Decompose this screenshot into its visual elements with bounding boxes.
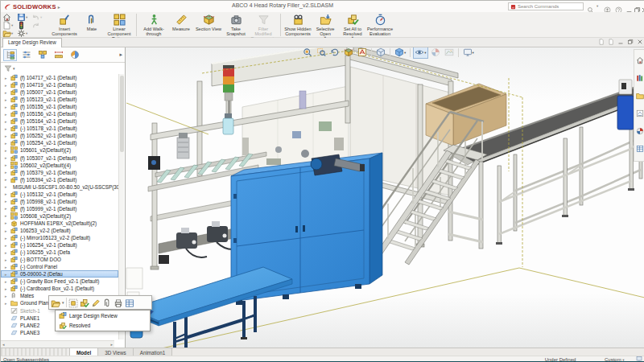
view-orientation-button[interactable] (374, 47, 387, 59)
doc-tab-model[interactable]: Model (70, 348, 98, 356)
edit-appearance-button[interactable] (429, 47, 442, 59)
win-restore-icon[interactable] (627, 39, 634, 45)
tree-item[interactable]: ▸(f) 105254_v2-1 (Default) (1, 139, 118, 146)
tree-item[interactable]: ▸(-) 106254_v2-1 (Default) (1, 241, 118, 249)
menu-expand-icon[interactable]: ▸ (58, 4, 60, 10)
display-style-button[interactable]: ▾ (393, 47, 407, 59)
context-isolate-button[interactable] (68, 295, 78, 310)
tree-item[interactable]: ▸(f) 105155_v2-1 (Default) (1, 103, 118, 110)
options-button[interactable]: ▾ (17, 29, 31, 38)
tree-item[interactable]: ▸105602_v2(Default)(4) (1, 162, 118, 169)
taskpane-design-library[interactable] (636, 70, 644, 84)
expand-arrow-icon[interactable]: ▸ (5, 265, 10, 269)
expand-arrow-icon[interactable]: ▸ (5, 170, 10, 175)
measure-button[interactable]: Measure (167, 13, 195, 31)
expand-arrow-icon[interactable]: ▸ (5, 250, 10, 255)
expand-arrow-icon[interactable]: ▸ (5, 294, 10, 298)
tree-item[interactable]: ▸(-) Gravity Box Feed_v2-1 (Default) (1, 278, 118, 285)
annotation-views-button[interactable] (356, 47, 369, 59)
tree-item[interactable]: ▸05-09000-2 (Defau (1, 270, 118, 278)
section-view-cmd-button[interactable]: Section View (195, 13, 222, 31)
tree-item[interactable]: ▸(-) Control Panel (1, 263, 118, 270)
expand-arrow-icon[interactable]: ▸ (5, 301, 10, 306)
expand-arrow-icon[interactable]: ▸ (5, 286, 10, 291)
panel-tab-dimxpert-manager[interactable] (52, 49, 65, 61)
zoom-to-area-button[interactable] (315, 47, 328, 59)
redo-button[interactable] (31, 21, 46, 30)
panel-tabs-expand-icon[interactable]: ▸ (119, 51, 122, 58)
expand-arrow-icon[interactable]: ▸ (5, 191, 10, 196)
context-set-resolved-button[interactable] (80, 295, 89, 310)
set-resolved-button[interactable]: Set All to Resolved▾ (339, 13, 366, 39)
filter-modified-icon[interactable] (4, 64, 12, 72)
expand-arrow-icon[interactable]: ▸ (5, 126, 10, 131)
search-commands-input[interactable]: Search Commands (508, 2, 584, 10)
apply-scene-button[interactable] (443, 47, 456, 59)
expand-arrow-icon[interactable]: ▸ (5, 236, 10, 241)
expand-arrow-icon[interactable]: ▸ (5, 155, 10, 160)
expand-arrow-icon[interactable]: ▸ (5, 220, 10, 225)
menu-item-resolved[interactable]: Resolved (56, 321, 150, 331)
tree-item[interactable]: ▸(f) 105007_v2-1 (Default) (1, 88, 118, 96)
tree-item[interactable]: ▸(f) 104719_v2-1 (Default) (1, 81, 118, 88)
expand-arrow-icon[interactable]: ▸ (5, 213, 10, 218)
mate-button[interactable]: Mate (78, 13, 105, 31)
expand-arrow-icon[interactable]: ▸ (5, 228, 10, 233)
tree-horizontal-scrollbar[interactable]: ◂▸ (1, 340, 114, 348)
tree-item[interactable]: ▸(f) 105379_v2-1 (Default) (1, 169, 118, 176)
conveyor-drive-motor[interactable] (617, 80, 634, 130)
expand-arrow-icon[interactable]: ▸ (5, 97, 10, 102)
insert-components-button[interactable]: Insert Components (51, 13, 78, 36)
expand-arrow-icon[interactable]: ▸ (5, 76, 10, 80)
tree-item[interactable]: ▸(-) Mirror105123_v2-2 (Default) (1, 234, 118, 241)
tree-item[interactable]: ▸MISUMI U-SSCSF1.00-B0.50_v2(U-SSCSP(304… (1, 183, 118, 191)
assembly-3d-view[interactable] (126, 47, 644, 348)
win-close-icon[interactable] (637, 39, 643, 45)
expand-arrow-icon[interactable]: ▸ (5, 206, 10, 211)
tree-item[interactable]: ▸(f) 105998_v2-1 (Default) (1, 198, 118, 205)
expand-arrow-icon[interactable]: ▸ (5, 90, 10, 95)
tree-item[interactable]: ▸(f) 105123_v2-1 (Default) (1, 96, 118, 103)
taskpane-appearances-scenes[interactable] (636, 123, 644, 138)
expand-arrow-icon[interactable]: ▸ (5, 184, 10, 189)
expand-arrow-icon[interactable]: ▸ (5, 177, 10, 182)
tree-item[interactable]: ▸105608_v2(Default)(2) (1, 212, 118, 220)
tree-item[interactable]: ▸(-) BOTTOM DOO (1, 256, 118, 263)
expand-arrow-icon[interactable]: ▸ (5, 119, 10, 124)
win-min-icon[interactable] (617, 39, 624, 45)
tree-item[interactable]: ▸105601_v2(Default)(2) (1, 146, 118, 154)
context-print-button[interactable] (114, 295, 123, 310)
expand-arrow-icon[interactable]: ▸ (5, 279, 10, 284)
tree-item[interactable]: ▸(f) 105999_v2-1 (Default) (1, 205, 118, 212)
hide-show-button[interactable]: ▾ (413, 47, 427, 59)
panel-tab-feature-manager[interactable] (3, 49, 17, 61)
doc-tab-animation1[interactable]: Animation1 (134, 348, 173, 356)
walk-through-button[interactable]: Add Walk-through (140, 13, 167, 36)
show-hidden-button[interactable]: Show Hidden Components (284, 13, 312, 36)
taskpane-view-palette[interactable] (636, 105, 644, 120)
open-button[interactable]: ▾ (2, 29, 17, 38)
section-view-cmd-button[interactable] (342, 47, 355, 59)
context-open-caret-icon[interactable]: ▾ (62, 300, 64, 305)
filter-modified-button[interactable]: Filter Modified Components (250, 13, 277, 41)
expand-arrow-icon[interactable]: ▸ (5, 148, 10, 153)
tree-item[interactable]: ▸(-) 106255_v2-1 (Defa (1, 249, 118, 256)
context-edit-button[interactable] (91, 295, 101, 310)
expand-arrow-icon[interactable]: ▸ (5, 112, 10, 117)
panel-tab-display-manager[interactable] (68, 49, 81, 61)
tree-item[interactable]: ▸(f) 105164_v2-1 (Default) (1, 117, 118, 125)
performance-evaluation-button[interactable]: Performance Evaluation (366, 13, 394, 36)
taskpane-custom-properties[interactable] (636, 141, 644, 155)
take-snapshot-button[interactable]: Take Snapshot (222, 13, 250, 36)
search-caret-icon[interactable]: ▾ (597, 4, 598, 8)
panel-tab-property-manager[interactable] (19, 49, 33, 61)
expand-arrow-icon[interactable]: ▸ (5, 83, 10, 88)
solidworks-logo[interactable]: SOLIDWORKS ▸ (4, 2, 60, 11)
expand-arrow-icon[interactable]: ▸ (5, 162, 10, 167)
expand-arrow-icon[interactable]: ▸ (5, 243, 10, 248)
zoom-to-fit-button[interactable] (301, 47, 314, 59)
tree-item[interactable]: ▸(-) 105178_v2-1 (Default) (1, 125, 118, 132)
expand-arrow-icon[interactable]: ▸ (5, 105, 10, 109)
doc-tab-3d-views[interactable]: 3D Views (98, 348, 133, 356)
taskpane-solidworks-resources[interactable] (636, 52, 644, 67)
